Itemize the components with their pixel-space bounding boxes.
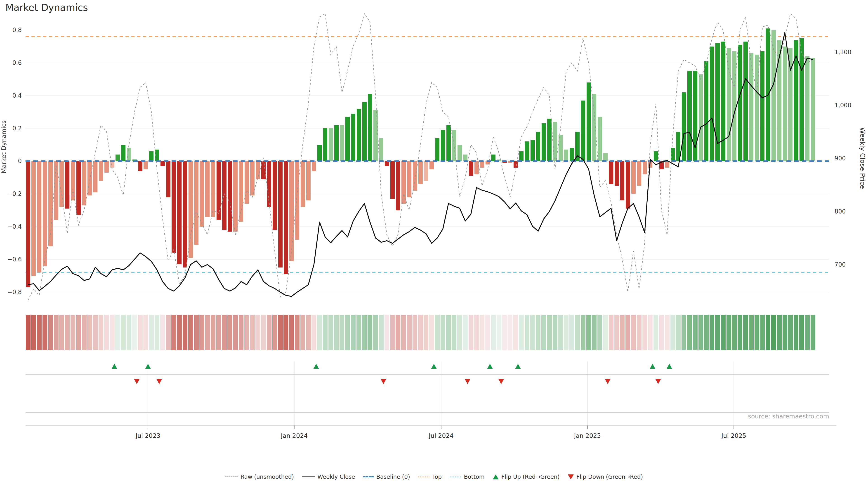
tri-up-icon	[493, 475, 499, 480]
source-annotation: source: sharemaestro.com	[748, 413, 829, 420]
legend-label: Flip Up (Red→Green)	[501, 474, 560, 480]
dynamics-heatmap-strip	[26, 315, 815, 350]
y-axis-left-label: Market Dynamics	[0, 121, 7, 173]
svg-text:900: 900	[835, 155, 846, 162]
svg-text:800: 800	[835, 208, 846, 215]
svg-text:1,000: 1,000	[835, 102, 851, 109]
page-title: Market Dynamics	[5, 2, 88, 13]
line-black-icon	[302, 477, 315, 477]
svg-text:−0.2: −0.2	[7, 191, 22, 197]
tri-down-icon	[568, 475, 574, 480]
svg-text:700: 700	[835, 261, 846, 268]
svg-text:Jul 2024: Jul 2024	[428, 432, 454, 439]
svg-text:−0.6: −0.6	[7, 256, 22, 263]
legend-label: Top	[432, 474, 442, 480]
svg-text:Jan 2024: Jan 2024	[281, 432, 308, 439]
legend-label: Flip Down (Green→Red)	[577, 474, 643, 480]
svg-text:0.4: 0.4	[12, 92, 22, 99]
legend-item-tri-up: Flip Up (Red→Green)	[493, 474, 560, 480]
legend-item-dash-blue: Baseline (0)	[363, 474, 410, 480]
dash-blue-icon	[363, 476, 374, 477]
dot-orange-icon	[418, 477, 430, 477]
legend-item-dot-sky: Bottom	[450, 474, 485, 480]
svg-text:Jan 2025: Jan 2025	[574, 432, 601, 439]
legend-label: Raw (unsmoothed)	[241, 474, 294, 480]
market-dynamics-chart: Market Dynamics0.80.60.40.20−0.2−0.4−0.6…	[0, 0, 868, 488]
dash-gray-icon	[225, 477, 238, 477]
chart-legend: Raw (unsmoothed)Weekly CloseBaseline (0)…	[0, 474, 868, 480]
svg-text:−0.8: −0.8	[7, 289, 22, 295]
svg-text:Jul 2023: Jul 2023	[135, 432, 160, 439]
svg-text:0.6: 0.6	[12, 59, 22, 66]
legend-item-line-black: Weekly Close	[302, 474, 355, 480]
svg-text:−0.4: −0.4	[7, 223, 22, 230]
legend-label: Weekly Close	[317, 474, 355, 480]
svg-text:0.2: 0.2	[12, 125, 22, 132]
legend-item-tri-down: Flip Down (Green→Red)	[568, 474, 643, 480]
svg-text:1,100: 1,100	[835, 49, 851, 56]
legend-label: Bottom	[464, 474, 485, 480]
legend-label: Baseline (0)	[376, 474, 410, 480]
y-axis-right-label: Weekly Close Price	[859, 127, 866, 189]
svg-text:0: 0	[18, 158, 22, 164]
chart-background	[0, 0, 868, 488]
svg-text:Jul 2025: Jul 2025	[721, 432, 746, 439]
legend-item-dot-orange: Top	[418, 474, 442, 480]
svg-text:0.8: 0.8	[12, 27, 22, 33]
legend-item-dash-gray: Raw (unsmoothed)	[225, 474, 294, 480]
dot-sky-icon	[450, 477, 461, 477]
